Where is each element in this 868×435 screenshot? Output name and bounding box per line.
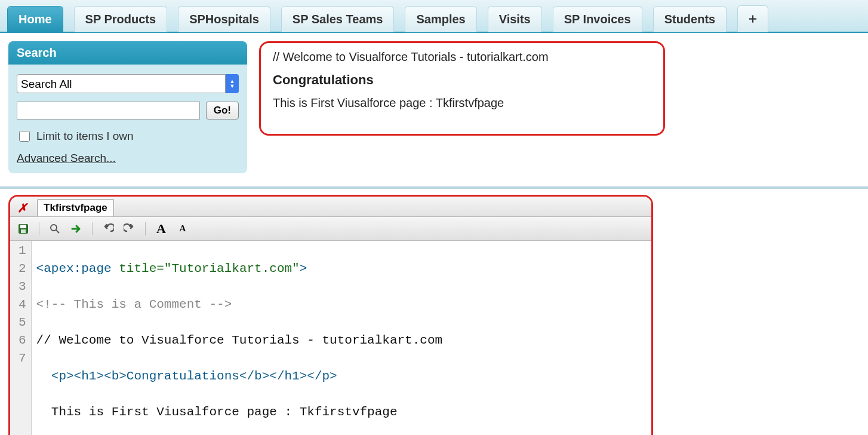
tab-label: Students — [664, 13, 716, 26]
editor-toolbar: A A — [10, 217, 651, 241]
svg-line-4 — [56, 230, 59, 233]
font-decrease-icon[interactable]: A — [176, 222, 190, 236]
tab-sphospitals[interactable]: SPHospitals — [178, 6, 270, 32]
code-token: This is First Viusalforce page : Tkfirst… — [36, 405, 398, 419]
search-panel-title: Search — [8, 41, 247, 65]
code-content[interactable]: <apex:page title="Tutorialkart.com"> <!-… — [32, 241, 651, 435]
code-token: <apex:page — [36, 262, 119, 275]
editor-tabstrip: ✗ Tkfirstvfpage — [10, 197, 651, 217]
tab-visits[interactable]: Visits — [488, 6, 542, 32]
main-tabbar: Home SP Products SPHospitals SP Sales Te… — [0, 0, 868, 33]
goto-icon[interactable] — [69, 222, 84, 236]
limit-checkbox-label: Limit to items I own — [36, 130, 134, 143]
limit-checkbox-row[interactable]: Limit to items I own — [17, 129, 239, 143]
search-scope-select[interactable]: Search All — [17, 74, 226, 93]
tab-label: Home — [19, 13, 52, 26]
search-scope-select-wrap: Search All ▲▼ — [17, 74, 239, 93]
tab-sp-invoices[interactable]: SP Invoices — [553, 6, 642, 32]
tab-label: SPHospitals — [189, 13, 259, 26]
tab-samples[interactable]: Samples — [405, 6, 476, 32]
output-line-comment: // Welcome to Visualforce Tutorials - tu… — [273, 50, 651, 64]
toolbar-separator — [145, 222, 146, 235]
tab-sp-products[interactable]: SP Products — [74, 6, 168, 32]
font-increase-icon[interactable]: A — [154, 222, 168, 236]
line-number: 5 — [19, 314, 26, 332]
tab-label: Visits — [499, 13, 531, 26]
page-output-highlight: // Welcome to Visualforce Tutorials - tu… — [259, 41, 665, 136]
line-number: 2 — [19, 260, 26, 278]
save-icon[interactable] — [16, 222, 30, 236]
tab-students[interactable]: Students — [653, 6, 727, 32]
tab-home[interactable]: Home — [7, 6, 63, 32]
tab-add[interactable]: ＋ — [737, 5, 768, 32]
svg-rect-1 — [20, 225, 26, 228]
close-editor-icon[interactable]: ✗ — [14, 201, 31, 215]
line-number: 3 — [19, 278, 26, 296]
code-token: title= — [119, 262, 164, 275]
tab-label: SP Sales Teams — [293, 13, 383, 26]
tab-label: Samples — [416, 13, 465, 26]
line-number: 6 — [19, 332, 26, 350]
editor-tab[interactable]: Tkfirstvfpage — [37, 199, 114, 216]
code-token: // Welcome to Visualforce Tutorials - tu… — [36, 333, 443, 347]
go-button[interactable]: Go! — [206, 102, 239, 120]
tab-label: SP Products — [85, 13, 156, 26]
search-input[interactable] — [17, 102, 200, 120]
tab-sp-sales-teams[interactable]: SP Sales Teams — [281, 6, 395, 32]
toolbar-separator — [39, 222, 39, 235]
select-arrows-icon[interactable]: ▲▼ — [226, 74, 239, 93]
line-number: 4 — [19, 296, 26, 314]
code-editor: ✗ Tkfirstvfpage A A 1 2 3 4 5 6 — [8, 195, 653, 435]
search-panel-body: Search All ▲▼ Go! Limit to items I own A… — [8, 65, 247, 173]
code-area[interactable]: 1 2 3 4 5 6 7 <apex:page title="Tutorial… — [10, 241, 651, 435]
code-token: > — [300, 262, 307, 275]
line-gutter: 1 2 3 4 5 6 7 — [10, 241, 32, 435]
line-number: 1 — [19, 242, 26, 260]
code-token: <p><h1><b>Congratulations</b></h1></p> — [36, 369, 337, 383]
redo-icon[interactable] — [122, 222, 137, 236]
code-token: <!-- This is a Comment --> — [36, 298, 232, 311]
output-line-body: This is First Viusalforce page : Tkfirst… — [273, 96, 651, 110]
page-body: Search Search All ▲▼ Go! Limit to items … — [0, 33, 868, 189]
svg-rect-2 — [21, 229, 26, 233]
search-icon[interactable] — [48, 222, 62, 236]
output-heading: Congratulations — [273, 72, 374, 87]
search-panel: Search Search All ▲▼ Go! Limit to items … — [8, 41, 247, 173]
limit-checkbox[interactable] — [19, 131, 30, 142]
search-row: Go! — [17, 102, 239, 120]
advanced-search-link[interactable]: Advanced Search... — [17, 152, 239, 165]
line-number: 7 — [19, 350, 26, 367]
tab-label: SP Invoices — [564, 13, 631, 26]
svg-point-3 — [51, 225, 57, 231]
toolbar-separator — [92, 222, 93, 235]
plus-icon: ＋ — [746, 11, 759, 26]
code-token: "Tutorialkart.com" — [164, 262, 300, 275]
undo-icon[interactable] — [101, 222, 115, 236]
